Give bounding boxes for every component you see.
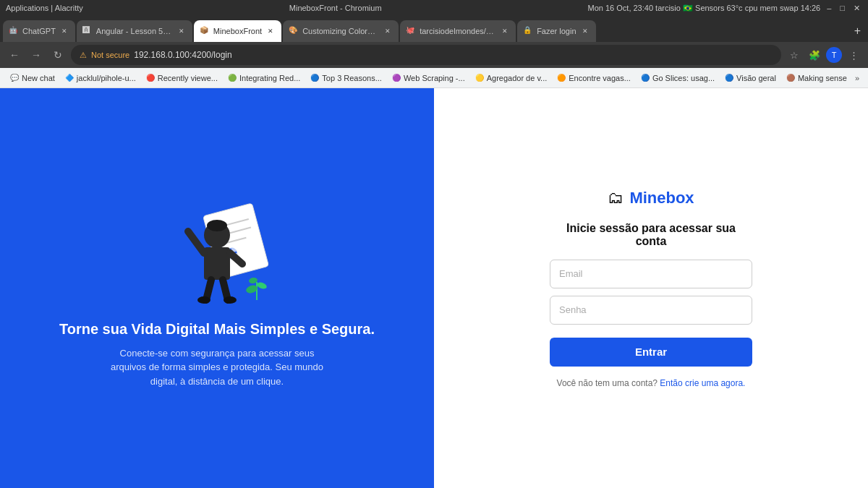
- bookmark-icon: 🔷: [65, 74, 74, 82]
- tab-chatgpt[interactable]: 🤖ChatGPT✕: [3, 20, 75, 42]
- close-icon[interactable]: ✕: [851, 4, 862, 13]
- left-panel: Torne sua Vida Digital Mais Simples e Se…: [0, 88, 434, 488]
- tab-label-angular: Angular - Lesson 5: Add an...: [96, 27, 173, 35]
- bookmark-label: New chat: [22, 74, 55, 82]
- bookmark-icon: 💬: [10, 74, 19, 82]
- svg-point-18: [256, 281, 268, 290]
- password-input[interactable]: [550, 296, 752, 325]
- tab-close-angular[interactable]: ✕: [176, 26, 187, 36]
- svg-point-8: [207, 220, 227, 231]
- minimize-icon[interactable]: –: [825, 4, 833, 12]
- tab-customizing[interactable]: 🎨Customizing Colors - Tailw...✕: [283, 20, 399, 42]
- bookmark-icon: 🟢: [228, 74, 237, 82]
- tab-close-github[interactable]: ✕: [500, 26, 510, 36]
- svg-line-10: [188, 231, 204, 253]
- bookmark-item[interactable]: 🔵Go Slices: usag...: [637, 72, 719, 84]
- svg-point-14: [197, 296, 210, 304]
- bookmark-icon: 🟠: [557, 74, 566, 82]
- bookmark-icon: 🔴: [146, 74, 155, 82]
- bookmark-item[interactable]: 🔷jacklul/pihole-u...: [61, 72, 140, 84]
- tab-favicon-customizing: 🎨: [289, 26, 299, 36]
- address-bar: ← → ↻ ⚠ Not secure 192.168.0.100:4200/lo…: [0, 42, 868, 68]
- bookmark-item[interactable]: 🔴Recently viewe...: [142, 72, 222, 84]
- bookmark-item[interactable]: 💬New chat: [6, 72, 59, 84]
- bookmark-label: Go Slices: usag...: [652, 74, 715, 82]
- os-bar-left: Applications | Alacritty: [6, 4, 83, 12]
- right-panel: 🗂 Minebox Inicie sessão para acessar sua…: [434, 88, 868, 488]
- os-bar-center: MineboxFront - Chromium: [289, 4, 382, 12]
- bookmark-label: Top 3 Reasons...: [322, 74, 382, 82]
- brand-icon: 🗂: [608, 189, 624, 207]
- menu-button[interactable]: ⋮: [845, 46, 862, 64]
- url-text: 192.168.0.100:4200/login: [134, 50, 231, 60]
- svg-rect-9: [204, 247, 230, 280]
- tab-bar: 🤖ChatGPT✕🅰Angular - Lesson 5: Add an...✕…: [0, 16, 868, 42]
- os-bar-right-text: Mon 16 Oct, 23:40 tarcisio 🇧🇷 Sensors 63…: [588, 4, 821, 13]
- tab-label-github: tarcisiodelmondes/github-...: [420, 27, 496, 35]
- bookmark-icon: 🟣: [392, 74, 401, 82]
- tab-favicon-angular: 🅰: [82, 26, 93, 36]
- reload-button[interactable]: ↻: [49, 46, 67, 64]
- tab-close-minebox[interactable]: ✕: [265, 26, 276, 36]
- bookmark-item[interactable]: 🟡Agregador de v...: [471, 72, 552, 84]
- email-input[interactable]: [550, 260, 752, 288]
- bookmark-label: Agregador de v...: [487, 74, 548, 82]
- bookmark-icon: 🔵: [641, 74, 650, 82]
- maximize-icon[interactable]: □: [838, 4, 847, 12]
- bookmarks-bar: 💬New chat🔷jacklul/pihole-u...🔴Recently v…: [0, 68, 868, 88]
- left-subtext: Conecte-se com segurança para acessar se…: [101, 346, 333, 389]
- bookmark-item[interactable]: 🟠Encontre vagas...: [553, 72, 635, 84]
- os-bar: Applications | Alacritty MineboxFront - …: [0, 0, 868, 16]
- tab-angular[interactable]: 🅰Angular - Lesson 5: Add an...✕: [77, 20, 192, 42]
- url-bar[interactable]: ⚠ Not secure 192.168.0.100:4200/login: [71, 45, 781, 65]
- bookmark-label: Encontre vagas...: [569, 74, 631, 82]
- bookmark-label: Web Scraping -...: [404, 74, 465, 82]
- bookmark-label: Making sense o...: [798, 74, 849, 82]
- tab-favicon-chatgpt: 🤖: [9, 26, 19, 36]
- bookmark-label: Recently viewe...: [158, 74, 218, 82]
- tab-label-minebox: MineboxFront: [213, 27, 262, 35]
- signup-link[interactable]: Então crie uma agora.: [660, 378, 745, 388]
- login-box: 🗂 Minebox Inicie sessão para acessar sua…: [550, 189, 752, 388]
- forward-button[interactable]: →: [27, 46, 45, 64]
- bookmark-icon: 🔵: [725, 74, 733, 82]
- toolbar-right: ☆ 🧩 T ⋮: [786, 46, 862, 64]
- tab-label-customizing: Customizing Colors - Tailw...: [302, 27, 379, 35]
- bookmark-item[interactable]: 🔵Top 3 Reasons...: [306, 72, 386, 84]
- bookmark-star-button[interactable]: ☆: [786, 46, 803, 64]
- tab-favicon-minebox: 📦: [200, 26, 210, 36]
- tab-favicon-fazer: 🔒: [523, 26, 533, 36]
- tab-close-fazer[interactable]: ✕: [580, 26, 590, 36]
- bookmark-item[interactable]: 🟣Web Scraping -...: [388, 72, 469, 84]
- tab-minebox[interactable]: 📦MineboxFront✕: [194, 20, 281, 42]
- bookmark-item[interactable]: 🟤Making sense o...: [782, 72, 849, 84]
- page-content: Torne sua Vida Digital Mais Simples e Se…: [0, 88, 868, 488]
- tab-github[interactable]: 🐙tarcisiodelmondes/github-...✕: [400, 20, 516, 42]
- left-heading: Torne sua Vida Digital Mais Simples e Se…: [59, 321, 375, 338]
- tab-label-fazer: Fazer login: [537, 27, 576, 35]
- extensions-button[interactable]: 🧩: [806, 46, 823, 64]
- not-secure-label: Not secure: [91, 51, 129, 59]
- bookmark-item[interactable]: 🟢Integrating Red...: [224, 72, 305, 84]
- login-title: Inicie sessão para acessar sua conta: [550, 222, 752, 248]
- bookmark-label: Integrating Red...: [239, 74, 300, 82]
- form-fields: [550, 260, 752, 325]
- bookmark-item[interactable]: 🔵Visão geral: [720, 72, 780, 84]
- tab-favicon-github: 🐙: [406, 26, 416, 36]
- tab-fazer[interactable]: 🔒Fazer login✕: [517, 20, 595, 42]
- new-tab-button[interactable]: +: [850, 20, 865, 42]
- tab-label-chatgpt: ChatGPT: [22, 27, 56, 35]
- tab-close-customizing[interactable]: ✕: [383, 26, 393, 36]
- brand-row: 🗂 Minebox: [608, 189, 694, 207]
- bookmark-icon: 🟤: [786, 74, 795, 82]
- brand-name: Minebox: [629, 189, 694, 207]
- back-button[interactable]: ←: [6, 46, 23, 64]
- submit-button[interactable]: Entrar: [550, 338, 752, 367]
- profile-button[interactable]: T: [826, 47, 842, 63]
- svg-point-15: [224, 296, 237, 304]
- tab-close-chatgpt[interactable]: ✕: [59, 26, 69, 36]
- illustration: [152, 188, 282, 307]
- signup-text: Você não tem uma conta? Então crie uma a…: [557, 378, 746, 388]
- bookmark-label: Visão geral: [736, 74, 776, 82]
- bookmarks-more[interactable]: »: [852, 72, 862, 84]
